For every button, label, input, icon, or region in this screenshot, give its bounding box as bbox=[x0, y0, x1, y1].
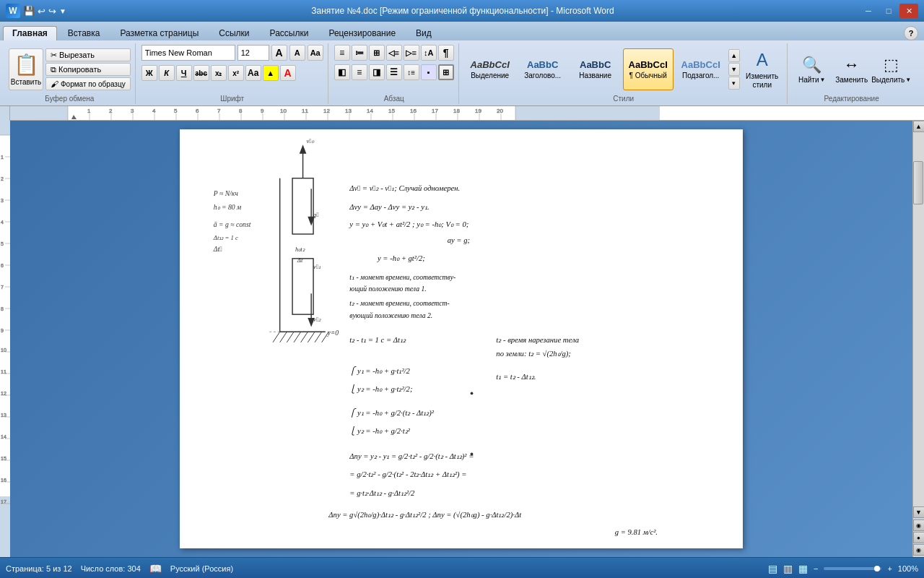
change-styles-button[interactable]: A Изменить стили bbox=[742, 48, 783, 90]
paste-button[interactable]: 📋 Вставить bbox=[9, 48, 43, 90]
font-color-button[interactable]: A bbox=[280, 65, 296, 81]
zoom-slider[interactable] bbox=[824, 567, 881, 570]
clipboard-label: Буфер обмена bbox=[4, 95, 135, 103]
italic-button[interactable]: К bbox=[159, 65, 175, 81]
justify-button[interactable]: ☰ bbox=[386, 64, 402, 80]
highlight-button[interactable]: ▲ bbox=[263, 65, 279, 81]
superscript-button[interactable]: x² bbox=[228, 65, 244, 81]
svg-text:17: 17 bbox=[1, 499, 6, 504]
format-painter-button[interactable]: 🖌 Формат по образцу bbox=[45, 77, 131, 90]
style-name-title: Название bbox=[579, 72, 611, 79]
align-center-button[interactable]: ≡ bbox=[352, 64, 367, 80]
style-preview-selection: AaBbCcI bbox=[471, 59, 510, 70]
align-right-button[interactable]: ◨ bbox=[369, 64, 385, 80]
style-preview-title: AaBbC bbox=[580, 59, 611, 70]
copy-icon: ⧉ bbox=[51, 65, 56, 74]
help-button[interactable]: ? bbox=[904, 26, 918, 40]
show-formatting-button[interactable]: ¶ bbox=[438, 45, 454, 61]
minimize-button[interactable]: ─ bbox=[859, 4, 878, 18]
replace-button[interactable]: ↔ Заменить bbox=[833, 50, 871, 89]
paste-icon: 📋 bbox=[14, 53, 39, 77]
scroll-track[interactable] bbox=[913, 132, 924, 506]
quick-access-dropdown[interactable]: ▼ bbox=[59, 7, 66, 15]
svg-text:t₁ = t₂ - Δt₁₂.: t₁ = t₂ - Δt₁₂. bbox=[496, 373, 536, 381]
scrollbar-vertical[interactable]: ▲ ▼ ◉ ● ◉ bbox=[912, 121, 924, 557]
next-page-button[interactable]: ◉ bbox=[913, 544, 925, 556]
tab-references[interactable]: Ссылки bbox=[209, 26, 258, 40]
tab-page-layout[interactable]: Разметка страницы bbox=[110, 26, 208, 40]
decrease-indent-button[interactable]: ◁≡ bbox=[386, 45, 402, 61]
style-preview-heading: AaBbC bbox=[527, 59, 558, 70]
numbering-button[interactable]: ≔ bbox=[352, 45, 367, 61]
svg-text:13: 13 bbox=[1, 413, 6, 418]
svg-text:14: 14 bbox=[367, 108, 373, 114]
scroll-thumb[interactable] bbox=[913, 161, 923, 204]
tab-home[interactable]: Главная bbox=[3, 26, 57, 40]
prev-page-button[interactable]: ◉ bbox=[913, 519, 925, 531]
styles-scroll-down[interactable]: ▼ bbox=[728, 63, 740, 76]
zoom-level: 100% bbox=[898, 564, 918, 573]
quick-access-undo[interactable]: ↩ bbox=[38, 6, 45, 17]
view-reading[interactable]: ▦ bbox=[798, 563, 808, 574]
font-name-input[interactable] bbox=[141, 45, 235, 61]
font-label: Шрифт bbox=[137, 95, 328, 103]
view-web[interactable]: ▥ bbox=[783, 563, 793, 574]
language-indicator[interactable]: Русский (Россия) bbox=[170, 564, 233, 573]
cut-button[interactable]: ✂ Вырезать bbox=[45, 48, 131, 61]
tab-review[interactable]: Рецензирование bbox=[319, 26, 405, 40]
style-normal[interactable]: AaBbCcI ¶ Обычный bbox=[623, 48, 674, 90]
style-heading[interactable]: AaBbC Заголово... bbox=[518, 48, 568, 90]
increase-indent-button[interactable]: ▷≡ bbox=[404, 45, 419, 61]
find-button[interactable]: 🔍 Найти ▼ bbox=[793, 50, 831, 89]
subscript-button[interactable]: x₂ bbox=[211, 65, 227, 81]
close-button[interactable]: ✕ bbox=[899, 4, 918, 18]
tab-view[interactable]: Вид bbox=[406, 26, 441, 40]
line-spacing-button[interactable]: ↕≡ bbox=[404, 64, 419, 80]
quick-access-redo[interactable]: ↪ bbox=[48, 6, 56, 17]
svg-text:вующий положению тела 2.: вующий положению тела 2. bbox=[349, 311, 432, 319]
style-preview-normal: AaBbCcI bbox=[629, 59, 668, 70]
styles-scroll-up[interactable]: ▲ bbox=[728, 49, 740, 62]
svg-text:5: 5 bbox=[1, 241, 4, 246]
scroll-down-button[interactable]: ▼ bbox=[913, 506, 925, 518]
clear-format-button[interactable]: Aa bbox=[308, 45, 323, 61]
scroll-up-button[interactable]: ▲ bbox=[913, 121, 925, 132]
svg-text:= g/2·t₂² - g/2·(t₂² - 2t₂·Δt₁: = g/2·t₂² - g/2·(t₂² - 2t₂·Δt₁₂ + Δt₁₂²)… bbox=[349, 470, 466, 479]
grow-font-button[interactable]: A bbox=[271, 45, 287, 61]
bullets-button[interactable]: ≡ bbox=[334, 45, 350, 61]
svg-text:g = 9.81 м/с².: g = 9.81 м/с². bbox=[615, 528, 658, 536]
underline-button[interactable]: Ч bbox=[176, 65, 192, 81]
maximize-button[interactable]: □ bbox=[879, 4, 898, 18]
browse-object-button[interactable]: ● bbox=[913, 532, 925, 543]
style-subtitle[interactable]: AaBbCcI Подзагол... bbox=[676, 48, 726, 90]
change-case-button[interactable]: Аа bbox=[245, 65, 261, 81]
replace-label: Заменить bbox=[835, 76, 868, 84]
align-left-button[interactable]: ◧ bbox=[334, 64, 350, 80]
shrink-font-button[interactable]: A bbox=[289, 45, 305, 61]
bold-button[interactable]: Ж bbox=[141, 65, 157, 81]
shading-button[interactable]: ▪ bbox=[421, 64, 437, 80]
font-size-input[interactable] bbox=[237, 45, 269, 61]
tab-mailings[interactable]: Рассылки bbox=[261, 26, 318, 40]
svg-text:P ≈ N/кч: P ≈ N/кч bbox=[213, 189, 238, 197]
document-scroll[interactable]: P ≈ N/кч h₀ = 80 м ā = g ≈ const Δt₁₂ = … bbox=[10, 121, 912, 557]
svg-text:6: 6 bbox=[196, 108, 199, 114]
tab-insert[interactable]: Вставка bbox=[58, 26, 110, 40]
zoom-out-button[interactable]: − bbox=[814, 564, 818, 573]
copy-button[interactable]: ⧉ Копировать bbox=[45, 63, 131, 76]
sort-button[interactable]: ↕A bbox=[421, 45, 437, 61]
style-selection[interactable]: AaBbCcI Выделение bbox=[465, 48, 515, 90]
page-count-text: Страница: 5 из 12 bbox=[6, 564, 72, 573]
svg-text:20: 20 bbox=[497, 108, 503, 114]
styles-dropdown[interactable]: ▾ bbox=[728, 77, 740, 90]
multilevel-list-button[interactable]: ⊞ bbox=[369, 45, 385, 61]
strikethrough-button[interactable]: зbc bbox=[193, 65, 209, 81]
quick-access-save[interactable]: 💾 bbox=[23, 6, 35, 17]
select-button[interactable]: ⬚ Выделить ▼ bbox=[873, 50, 910, 89]
svg-text:t₁ - момент времени, соответст: t₁ - момент времени, соответству- bbox=[349, 273, 456, 281]
zoom-in-button[interactable]: + bbox=[887, 564, 892, 573]
view-normal[interactable]: ▤ bbox=[768, 563, 777, 574]
borders-button[interactable]: ⊞ bbox=[438, 64, 454, 80]
spell-check-icon[interactable]: 📖 bbox=[149, 563, 162, 574]
style-title[interactable]: AaBbC Название bbox=[570, 48, 621, 90]
